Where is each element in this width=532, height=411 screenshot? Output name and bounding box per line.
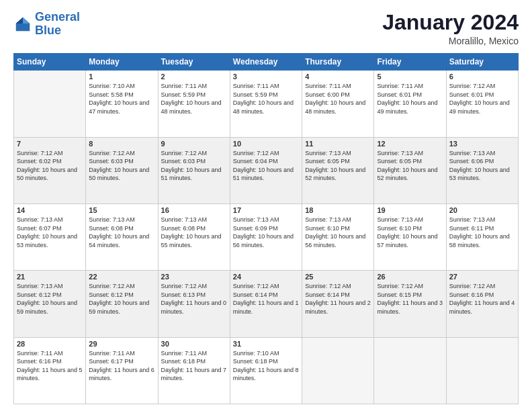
- cell-day-number: 29: [89, 340, 154, 348]
- daylight-text: Daylight: 10 hours and 50 minutes.: [17, 167, 77, 182]
- sunset-text: Sunset: 6:01 PM: [377, 91, 422, 98]
- sunrise-text: Sunrise: 7:12 AM: [233, 283, 279, 289]
- calendar-table: SundayMondayTuesdayWednesdayThursdayFrid…: [13, 53, 519, 404]
- calendar-cell: [374, 337, 446, 404]
- sunrise-text: Sunrise: 7:13 AM: [161, 216, 208, 223]
- daylight-text: Daylight: 10 hours and 48 minutes.: [305, 99, 365, 115]
- cell-info: Sunrise: 7:13 AMSunset: 6:11 PMDaylight:…: [449, 216, 515, 249]
- logo-blue: Blue: [35, 24, 61, 37]
- col-header-friday: Friday: [374, 54, 446, 71]
- calendar-cell: 19Sunrise: 7:13 AMSunset: 6:10 PMDayligh…: [374, 203, 446, 270]
- daylight-text: Daylight: 10 hours and 48 minutes.: [233, 99, 294, 115]
- logo-icon: [13, 15, 32, 34]
- sunset-text: Sunset: 6:08 PM: [89, 225, 134, 232]
- calendar-cell: 13Sunrise: 7:13 AMSunset: 6:06 PMDayligh…: [446, 137, 518, 203]
- daylight-text: Daylight: 10 hours and 51 minutes.: [233, 167, 294, 182]
- cell-info: Sunrise: 7:13 AMSunset: 6:05 PMDaylight:…: [377, 149, 443, 183]
- cell-day-number: 11: [305, 140, 371, 148]
- cell-info: Sunrise: 7:13 AMSunset: 6:08 PMDaylight:…: [89, 216, 154, 249]
- cell-info: Sunrise: 7:11 AMSunset: 5:59 PMDaylight:…: [233, 82, 299, 116]
- sunrise-text: Sunrise: 7:11 AM: [161, 83, 208, 89]
- sunrise-text: Sunrise: 7:13 AM: [17, 216, 63, 223]
- logo-text: General Blue: [35, 11, 80, 38]
- cell-day-number: 22: [89, 273, 154, 281]
- cell-info: Sunrise: 7:12 AMSunset: 6:04 PMDaylight:…: [233, 149, 299, 183]
- sunset-text: Sunset: 6:16 PM: [449, 291, 494, 298]
- calendar-cell: 29Sunrise: 7:11 AMSunset: 6:17 PMDayligh…: [86, 337, 158, 404]
- sunrise-text: Sunrise: 7:12 AM: [17, 150, 63, 156]
- cell-day-number: 25: [305, 273, 371, 281]
- sunrise-text: Sunrise: 7:12 AM: [89, 150, 135, 156]
- cell-info: Sunrise: 7:12 AMSunset: 6:13 PMDaylight:…: [161, 282, 227, 316]
- cell-info: Sunrise: 7:13 AMSunset: 6:07 PMDaylight:…: [17, 216, 83, 249]
- cell-info: Sunrise: 7:12 AMSunset: 6:03 PMDaylight:…: [161, 149, 227, 183]
- sunset-text: Sunset: 6:02 PM: [17, 158, 62, 165]
- cell-day-number: 16: [161, 206, 227, 214]
- daylight-text: Daylight: 10 hours and 49 minutes.: [449, 99, 510, 115]
- daylight-text: Daylight: 10 hours and 55 minutes.: [161, 233, 222, 248]
- cell-day-number: 19: [377, 206, 443, 214]
- daylight-text: Daylight: 10 hours and 51 minutes.: [161, 167, 222, 182]
- col-header-thursday: Thursday: [302, 54, 374, 71]
- sunrise-text: Sunrise: 7:13 AM: [449, 150, 496, 156]
- cell-info: Sunrise: 7:12 AMSunset: 6:16 PMDaylight:…: [449, 282, 515, 316]
- cell-day-number: 8: [89, 140, 154, 148]
- week-row-1: 1Sunrise: 7:10 AMSunset: 5:58 PMDaylight…: [14, 71, 519, 137]
- cell-info: Sunrise: 7:10 AMSunset: 6:18 PMDaylight:…: [233, 349, 299, 383]
- sunset-text: Sunset: 6:14 PM: [233, 291, 278, 298]
- calendar-cell: 6Sunrise: 7:12 AMSunset: 6:01 PMDaylight…: [446, 71, 518, 137]
- cell-day-number: 15: [89, 206, 154, 214]
- calendar-cell: 30Sunrise: 7:11 AMSunset: 6:18 PMDayligh…: [158, 337, 230, 404]
- calendar-cell: 12Sunrise: 7:13 AMSunset: 6:05 PMDayligh…: [374, 137, 446, 203]
- cell-day-number: 14: [17, 206, 83, 214]
- daylight-text: Daylight: 11 hours and 2 minutes.: [305, 300, 371, 315]
- sunrise-text: Sunrise: 7:13 AM: [305, 216, 351, 223]
- sunrise-text: Sunrise: 7:13 AM: [305, 150, 351, 156]
- svg-marker-1: [23, 17, 30, 24]
- calendar-cell: 21Sunrise: 7:13 AMSunset: 6:12 PMDayligh…: [14, 271, 86, 337]
- cell-info: Sunrise: 7:10 AMSunset: 5:58 PMDaylight:…: [89, 82, 154, 116]
- week-row-4: 21Sunrise: 7:13 AMSunset: 6:12 PMDayligh…: [14, 271, 519, 337]
- calendar-cell: 16Sunrise: 7:13 AMSunset: 6:08 PMDayligh…: [158, 203, 230, 270]
- col-header-monday: Monday: [86, 54, 158, 71]
- calendar-cell: 14Sunrise: 7:13 AMSunset: 6:07 PMDayligh…: [14, 203, 86, 270]
- sunrise-text: Sunrise: 7:10 AM: [89, 83, 135, 89]
- cell-day-number: 6: [449, 73, 515, 81]
- calendar-cell: 18Sunrise: 7:13 AMSunset: 6:10 PMDayligh…: [302, 203, 374, 270]
- daylight-text: Daylight: 10 hours and 49 minutes.: [377, 99, 437, 115]
- cell-day-number: 26: [377, 273, 443, 281]
- logo: General Blue: [13, 11, 80, 38]
- sunset-text: Sunset: 6:09 PM: [233, 225, 278, 232]
- cell-day-number: 20: [449, 206, 515, 214]
- cell-info: Sunrise: 7:11 AMSunset: 5:59 PMDaylight:…: [161, 82, 227, 116]
- calendar-cell: 7Sunrise: 7:12 AMSunset: 6:02 PMDaylight…: [14, 137, 86, 203]
- calendar-cell: 25Sunrise: 7:12 AMSunset: 6:14 PMDayligh…: [302, 271, 374, 337]
- sunset-text: Sunset: 6:07 PM: [17, 225, 62, 232]
- calendar-cell: 3Sunrise: 7:11 AMSunset: 5:59 PMDaylight…: [230, 71, 302, 137]
- sunset-text: Sunset: 6:03 PM: [89, 158, 134, 165]
- daylight-text: Daylight: 10 hours and 54 minutes.: [89, 233, 149, 248]
- sunrise-text: Sunrise: 7:13 AM: [89, 216, 135, 223]
- col-header-saturday: Saturday: [446, 54, 518, 71]
- sunset-text: Sunset: 6:04 PM: [233, 158, 278, 165]
- sunrise-text: Sunrise: 7:13 AM: [233, 216, 279, 223]
- cell-info: Sunrise: 7:13 AMSunset: 6:05 PMDaylight:…: [305, 149, 371, 183]
- cell-info: Sunrise: 7:11 AMSunset: 6:01 PMDaylight:…: [377, 82, 443, 116]
- sunrise-text: Sunrise: 7:13 AM: [449, 216, 496, 223]
- calendar-cell: 5Sunrise: 7:11 AMSunset: 6:01 PMDaylight…: [374, 71, 446, 137]
- calendar-cell: 31Sunrise: 7:10 AMSunset: 6:18 PMDayligh…: [230, 337, 302, 404]
- week-row-3: 14Sunrise: 7:13 AMSunset: 6:07 PMDayligh…: [14, 203, 519, 270]
- daylight-text: Daylight: 10 hours and 56 minutes.: [233, 233, 294, 248]
- calendar-cell: 27Sunrise: 7:12 AMSunset: 6:16 PMDayligh…: [446, 271, 518, 337]
- sunset-text: Sunset: 6:08 PM: [161, 225, 206, 232]
- daylight-text: Daylight: 10 hours and 59 minutes.: [89, 300, 149, 315]
- daylight-text: Daylight: 11 hours and 1 minute.: [233, 300, 299, 315]
- calendar-cell: 26Sunrise: 7:12 AMSunset: 6:15 PMDayligh…: [374, 271, 446, 337]
- sunset-text: Sunset: 6:16 PM: [17, 358, 62, 365]
- sunrise-text: Sunrise: 7:12 AM: [89, 283, 135, 289]
- cell-info: Sunrise: 7:12 AMSunset: 6:02 PMDaylight:…: [17, 149, 83, 183]
- cell-day-number: 4: [305, 73, 371, 81]
- subtitle: Moralillo, Mexico: [382, 36, 519, 46]
- daylight-text: Daylight: 11 hours and 5 minutes.: [17, 367, 83, 382]
- sunrise-text: Sunrise: 7:13 AM: [377, 216, 423, 223]
